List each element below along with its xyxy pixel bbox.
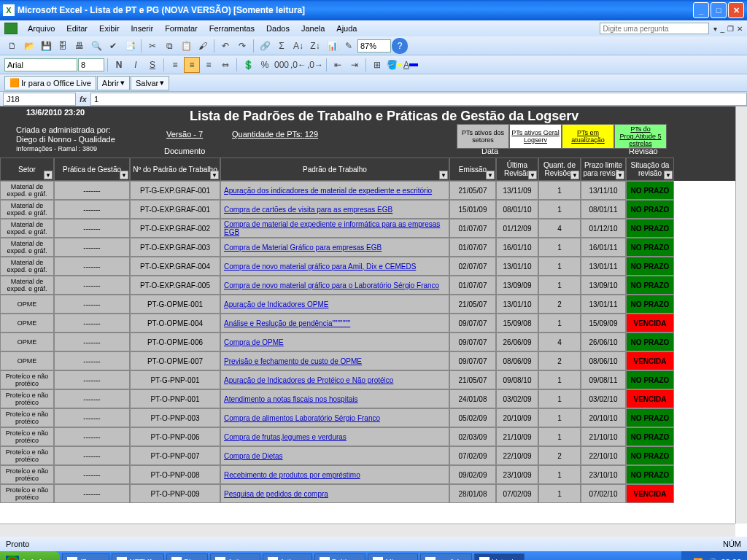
table-row[interactable]: OPME-------PT-O-OPME-007Previsão e fecha… (0, 351, 747, 370)
table-row[interactable]: Material de exped. e gráf.-------PT-G-EX… (0, 181, 747, 200)
paste-icon[interactable]: 📋 (178, 38, 194, 54)
cell-padrao-link[interactable]: Compra de novo material gráfico para Ami… (220, 257, 449, 276)
save-icon[interactable]: 💾 (38, 38, 54, 54)
drawing-icon[interactable]: ✎ (341, 38, 357, 54)
chart-wizard-icon[interactable]: 📊 (324, 38, 340, 54)
menu-janela[interactable]: Janela (295, 22, 330, 35)
menu-inserir[interactable]: Inserir (125, 22, 160, 35)
filter-dropdown-icon[interactable]: ▼ (570, 171, 579, 179)
office-live-open-button[interactable]: Abrir ▾ (97, 76, 130, 90)
close-button[interactable]: ✕ (728, 2, 744, 18)
cell-padrao-link[interactable]: Compra de novo material gráfico para o L… (220, 276, 449, 295)
cell-padrao-link[interactable]: Apuração dos indicadores de material de … (220, 181, 449, 200)
undo-icon[interactable]: ↶ (217, 38, 233, 54)
cell-padrao-link[interactable]: Compra de frutas,legumes e verduras (220, 427, 449, 446)
minimize-button[interactable]: _ (693, 2, 709, 18)
table-row[interactable]: Proteíco e não protéico-------PT-O-PNP-0… (0, 484, 747, 503)
taskbar-task[interactable]: Prática... (314, 553, 365, 560)
cell-padrao-link[interactable]: Compra de Material Gráfico para empresas… (220, 238, 449, 257)
table-row[interactable]: Proteíco e não protéico-------PT-O-PNP-0… (0, 389, 747, 408)
percent-button[interactable]: % (257, 57, 273, 73)
sort-asc-icon[interactable]: A↓ (290, 38, 306, 54)
font-color-button[interactable]: A (403, 57, 419, 73)
horizontal-scrollbar[interactable] (0, 524, 735, 537)
taskbar-task[interactable]: (7 me... (62, 553, 109, 560)
cell-padrao-link[interactable]: Compra de cartões de visita para as empr… (220, 200, 449, 219)
menu-editar[interactable]: Editar (61, 22, 93, 35)
align-left-button[interactable]: ≡ (167, 57, 183, 73)
cell-padrao-link[interactable]: Apuração de Indicadores de Protéico e Nã… (220, 370, 449, 389)
formula-input[interactable]: 1 (90, 93, 747, 106)
menu-formatar[interactable]: Formatar (159, 22, 204, 35)
table-row[interactable]: Proteíco e não protéico-------PT-O-PNP-0… (0, 465, 747, 484)
redo-icon[interactable]: ↷ (234, 38, 250, 54)
font-size-input[interactable]: 8 (78, 58, 104, 71)
help-dropdown-icon[interactable]: ▾ (713, 25, 717, 33)
filter-dropdown-icon[interactable]: ▼ (210, 171, 219, 179)
cell-padrao-link[interactable]: Compra de OPME (220, 332, 449, 351)
borders-button[interactable]: ⊞ (369, 57, 385, 73)
col-emissao[interactable]: Emissão▼ (449, 158, 496, 181)
cell-padrao-link[interactable]: Compra de Dietas (220, 446, 449, 465)
col-ult-revisao[interactable]: Última Revisão▼ (496, 158, 538, 181)
office-live-save-button[interactable]: Salvar ▾ (131, 76, 169, 90)
col-padrao[interactable]: Padrão de Trabalho▼ (220, 158, 449, 181)
zoom-input[interactable]: 87% (357, 39, 391, 52)
doc-minimize-button[interactable]: _ (720, 25, 724, 33)
col-situacao[interactable]: Situação da revisão▼ (626, 158, 674, 181)
menu-exibir[interactable]: Exibir (93, 22, 125, 35)
italic-button[interactable]: I (128, 57, 144, 73)
doc-close-button[interactable]: ✕ (737, 25, 743, 33)
filter-dropdown-icon[interactable]: ▼ (528, 171, 537, 179)
cell-padrao-link[interactable]: Análise e Reslução de pendência""""""" (220, 314, 449, 332)
menu-arquivo[interactable]: Arquivo (22, 22, 61, 35)
fx-button[interactable]: fx (76, 95, 90, 104)
menu-ajuda[interactable]: Ajuda (330, 22, 363, 35)
table-row[interactable]: Material de exped. e gráf.-------PT-O-EX… (0, 257, 747, 276)
open-icon[interactable]: 📂 (21, 38, 37, 54)
filter-dropdown-icon[interactable]: ▼ (664, 171, 673, 179)
table-row[interactable]: Material de exped. e gráf.-------PT-O-EX… (0, 219, 747, 238)
table-row[interactable]: OPME-------PT-O-OPME-004Análise e Resluç… (0, 314, 747, 332)
office-logo-icon[interactable] (4, 23, 18, 34)
spelling-icon[interactable]: ✔ (105, 38, 121, 54)
cell-padrao-link[interactable]: Apuração de Indicadores OPME (220, 295, 449, 314)
taskbar-task[interactable]: medicina (420, 553, 472, 560)
cell-padrao-link[interactable]: Previsão e fechamento de custo de OPME (220, 351, 449, 370)
sort-desc-icon[interactable]: Z↓ (307, 38, 323, 54)
col-quant-revisoes[interactable]: Quant. de Revisões▼ (538, 158, 581, 181)
filter-dropdown-icon[interactable]: ▼ (616, 171, 624, 179)
autosum-icon[interactable]: Σ (274, 38, 290, 54)
vertical-scrollbar[interactable] (735, 106, 747, 524)
system-tray[interactable]: ‹ 📶 🔊 23:22 (681, 551, 747, 560)
print-icon[interactable]: 🖶 (71, 38, 88, 54)
taskbar-task[interactable]: Artigo ... (210, 553, 260, 560)
align-center-button[interactable]: ≡ (184, 57, 200, 73)
doc-restore-button[interactable]: ❐ (727, 25, 734, 33)
decrease-indent-button[interactable]: ⇤ (330, 57, 346, 73)
increase-indent-button[interactable]: ⇥ (347, 57, 363, 73)
print-preview-icon[interactable]: 🔍 (88, 38, 104, 54)
cell-padrao-link[interactable]: Pesquisa de pedidos de compra (220, 484, 449, 503)
filter-dropdown-icon[interactable]: ▼ (44, 171, 53, 179)
copy-icon[interactable]: ⧉ (161, 38, 177, 54)
cell-padrao-link[interactable]: Recebimento de produtos por empréstimo (220, 465, 449, 484)
table-row[interactable]: Material de exped. e gráf.-------PT-O-EX… (0, 200, 747, 219)
comma-button[interactable]: 000 (274, 57, 290, 73)
decrease-decimal-button[interactable]: ,0→ (307, 57, 323, 73)
help-icon[interactable]: ? (392, 38, 408, 54)
start-button[interactable]: Iniciar (0, 551, 60, 560)
underline-button[interactable]: S (144, 57, 160, 73)
go-office-live-button[interactable]: 🟧 Ir para o Office Live (4, 76, 96, 90)
filter-atitude-button[interactable]: PTs do Prog.Atitude 5 estrelas (614, 124, 667, 149)
filter-geral-button[interactable]: PTs ativos Geral Logserv (509, 124, 562, 149)
table-row[interactable]: Material de exped. e gráf.-------PT-O-EX… (0, 238, 747, 257)
format-painter-icon[interactable]: 🖌 (195, 38, 211, 54)
bold-button[interactable]: N (111, 57, 127, 73)
new-icon[interactable]: 🗋 (4, 38, 20, 54)
maximize-button[interactable]: □ (711, 2, 727, 18)
col-pratica[interactable]: Prática de Gestão▼ (54, 158, 130, 181)
tray-volume-icon[interactable]: 🔊 (707, 558, 717, 561)
table-row[interactable]: Material de exped. e gráf.-------PT-O-EX… (0, 276, 747, 295)
col-prazo[interactable]: Prazo limite para revisão▼ (581, 158, 626, 181)
